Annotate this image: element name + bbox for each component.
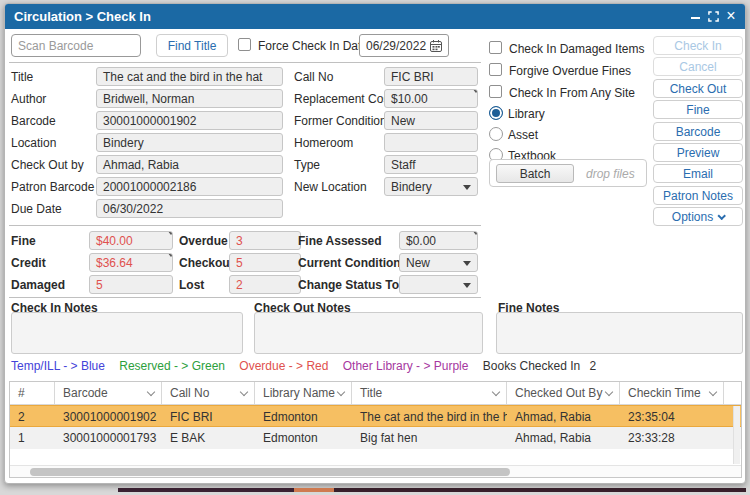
batch-button[interactable]: Batch bbox=[496, 164, 574, 183]
damaged-label: Damaged bbox=[11, 278, 65, 292]
column-header-barcode[interactable]: Barcode bbox=[55, 382, 162, 404]
checkout-label: Checkout bbox=[179, 256, 234, 270]
table-row[interactable]: 2 30001000001902 FIC BRI Edmonton The ca… bbox=[10, 405, 741, 427]
close-icon[interactable]: × bbox=[723, 9, 739, 24]
divider bbox=[9, 225, 481, 226]
chevron-down-icon[interactable] bbox=[709, 388, 717, 396]
chevron-down-icon[interactable] bbox=[147, 388, 155, 396]
check-in-notes-textarea[interactable] bbox=[11, 312, 243, 354]
dialog-title: Circulation > Check In bbox=[14, 4, 151, 29]
change-status-to-dropdown[interactable] bbox=[399, 275, 478, 294]
column-header-number[interactable]: # bbox=[10, 382, 55, 404]
location-label: Location bbox=[11, 136, 56, 150]
fine-field[interactable]: $40.00 bbox=[89, 231, 173, 250]
type-label: Type bbox=[294, 158, 320, 172]
email-button[interactable]: Email bbox=[653, 164, 743, 183]
due-date-label: Due Date bbox=[11, 202, 62, 216]
batch-dropzone[interactable]: Batch drop files bbox=[489, 159, 647, 187]
horizontal-scrollbar-thumb[interactable] bbox=[30, 468, 510, 476]
options-button[interactable]: Options bbox=[653, 207, 743, 226]
check-out-notes-textarea[interactable] bbox=[254, 312, 483, 354]
checkin-date-value: 06/29/2022 bbox=[366, 39, 426, 53]
former-condition-field[interactable]: New bbox=[384, 111, 478, 130]
chevron-down-icon[interactable] bbox=[337, 388, 345, 396]
maximize-icon[interactable] bbox=[705, 10, 721, 25]
new-location-dropdown[interactable]: Bindery bbox=[384, 177, 478, 196]
column-header-call-no[interactable]: Call No bbox=[162, 382, 255, 404]
column-header-checked-out-by[interactable]: Checked Out By bbox=[507, 382, 620, 404]
title-bar: Circulation > Check In × bbox=[5, 4, 745, 29]
force-checkin-date-label: Force Check In Date bbox=[258, 39, 368, 53]
table-row[interactable]: 1 30001000001793 E BAK Edmonton Big fat … bbox=[10, 427, 741, 449]
homeroom-label: Homeroom bbox=[294, 136, 353, 150]
background-strip bbox=[294, 488, 334, 492]
force-checkin-date-checkbox[interactable] bbox=[238, 38, 251, 51]
legend-other-library: Other Library - > Purple bbox=[343, 359, 469, 373]
spinner-icon[interactable] bbox=[159, 257, 167, 271]
location-field[interactable]: Bindery bbox=[96, 133, 283, 152]
vertical-scrollbar[interactable] bbox=[733, 406, 740, 464]
legend-reserved: Reserved - > Green bbox=[119, 359, 225, 373]
calendar-icon[interactable] bbox=[429, 39, 443, 56]
barcode-field[interactable]: 30001000001902 bbox=[96, 111, 283, 130]
spinner-icon[interactable] bbox=[159, 235, 167, 249]
library-radio-label: Library bbox=[508, 107, 545, 121]
patron-barcode-label: Patron Barcode bbox=[11, 180, 94, 194]
checkin-dialog: Circulation > Check In × Find Title Forc… bbox=[4, 3, 746, 484]
checkout-field[interactable]: 5 bbox=[229, 253, 301, 272]
overdue-field[interactable]: 3 bbox=[229, 231, 301, 250]
books-checked-in-count: 2 bbox=[590, 359, 597, 373]
damaged-field[interactable]: 5 bbox=[89, 275, 173, 294]
current-condition-dropdown[interactable]: New bbox=[399, 253, 478, 272]
scan-barcode-input[interactable] bbox=[11, 34, 141, 57]
homeroom-field[interactable] bbox=[384, 133, 478, 152]
checkin-date-field[interactable]: 06/29/2022 bbox=[359, 34, 449, 57]
spinner-icon[interactable] bbox=[464, 235, 472, 249]
background-strip bbox=[334, 488, 746, 492]
table-header-row: # Barcode Call No Library Name Title Che… bbox=[10, 382, 741, 405]
replacement-cost-field[interactable]: $10.00 bbox=[384, 89, 478, 108]
checkin-any-site-checkbox[interactable] bbox=[489, 85, 502, 98]
check-out-by-field[interactable]: Ahmad, Rabia bbox=[96, 155, 283, 174]
spinner-icon[interactable] bbox=[464, 93, 472, 107]
column-header-library-name[interactable]: Library Name bbox=[255, 382, 352, 404]
fine-notes-textarea[interactable] bbox=[496, 312, 743, 354]
due-date-field[interactable]: 06/30/2022 bbox=[96, 199, 283, 218]
horizontal-scrollbar[interactable] bbox=[10, 465, 741, 477]
column-header-checkin-time[interactable]: Checkin Time bbox=[620, 382, 724, 404]
credit-label: Credit bbox=[11, 256, 46, 270]
asset-radio[interactable] bbox=[489, 127, 503, 141]
patron-barcode-field[interactable]: 20001000002186 bbox=[96, 177, 283, 196]
call-no-label: Call No bbox=[294, 70, 333, 84]
checkin-damaged-checkbox[interactable] bbox=[489, 41, 502, 54]
check-in-button[interactable]: Check In bbox=[653, 36, 743, 55]
former-condition-label: Former Condition bbox=[294, 114, 387, 128]
find-title-button[interactable]: Find Title bbox=[156, 34, 228, 57]
chevron-down-icon[interactable] bbox=[492, 388, 500, 396]
library-radio[interactable] bbox=[489, 106, 503, 120]
credit-field[interactable]: $36.64 bbox=[89, 253, 173, 272]
call-no-field[interactable]: FIC BRI bbox=[384, 67, 478, 86]
patron-notes-button[interactable]: Patron Notes bbox=[653, 186, 743, 205]
fine-button[interactable]: Fine bbox=[653, 100, 743, 119]
fine-assessed-label: Fine Assessed bbox=[298, 234, 382, 248]
lost-field[interactable]: 2 bbox=[229, 275, 301, 294]
background-strip bbox=[118, 488, 294, 492]
forgive-overdue-checkbox[interactable] bbox=[489, 63, 502, 76]
chevron-down-icon[interactable] bbox=[605, 388, 613, 396]
preview-button[interactable]: Preview bbox=[653, 143, 743, 162]
column-header-title[interactable]: Title bbox=[352, 382, 507, 404]
legend-overdue: Overdue - > Red bbox=[239, 359, 328, 373]
column-header-spacer bbox=[724, 382, 741, 404]
type-field[interactable]: Staff bbox=[384, 155, 478, 174]
barcode-button[interactable]: Barcode bbox=[653, 122, 743, 141]
divider bbox=[9, 297, 481, 298]
cancel-button[interactable]: Cancel bbox=[653, 57, 743, 76]
chevron-down-icon[interactable] bbox=[240, 388, 248, 396]
minimize-icon[interactable] bbox=[687, 9, 703, 24]
author-field[interactable]: Bridwell, Norman bbox=[96, 89, 283, 108]
title-field[interactable]: The cat and the bird in the hat bbox=[96, 67, 283, 86]
fine-assessed-field[interactable]: $0.00 bbox=[399, 231, 478, 250]
lost-label: Lost bbox=[179, 278, 204, 292]
check-out-button[interactable]: Check Out bbox=[653, 79, 743, 98]
